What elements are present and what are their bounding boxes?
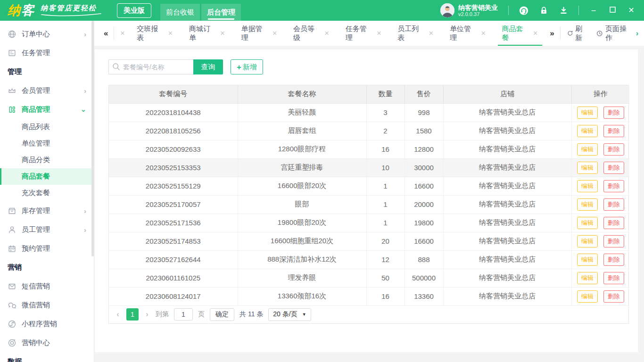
chevron-right-icon: ›	[84, 87, 86, 95]
envelope-icon	[8, 282, 17, 291]
sidebar-item-member-mgmt[interactable]: 会员管理 ›	[0, 81, 94, 100]
edit-button[interactable]: 编辑	[577, 254, 598, 266]
sidebar-item-label: 微信营销	[22, 301, 50, 310]
delete-button[interactable]: 删除	[603, 162, 624, 174]
delete-button[interactable]: 删除	[603, 143, 624, 156]
edit-button[interactable]: 编辑	[577, 235, 598, 247]
edit-button[interactable]: 编辑	[577, 180, 598, 192]
tabs-expand-button[interactable]: »	[546, 21, 558, 46]
sidebar-item-sms-marketing[interactable]: 短信营销	[0, 277, 94, 296]
tab-task-mgmt[interactable]: 任务管理 ✕	[338, 21, 390, 46]
tab-member-level[interactable]: 会员等级 ✕	[285, 21, 338, 46]
delete-button[interactable]: 删除	[603, 272, 624, 284]
sidebar-sub-goods-package[interactable]: 商品套餐	[0, 168, 94, 185]
lock-icon[interactable]	[539, 6, 548, 15]
delete-button[interactable]: 删除	[603, 198, 624, 211]
sidebar-sub-unit-mgmt[interactable]: 单位管理	[0, 135, 94, 152]
edit-button[interactable]: 编辑	[577, 143, 598, 156]
delete-button[interactable]: 删除	[603, 125, 624, 137]
goto-confirm-button[interactable]: 确定	[210, 308, 234, 321]
tab-close-icon[interactable]: ✕	[324, 30, 330, 37]
edit-button[interactable]: 编辑	[577, 125, 598, 137]
query-button[interactable]: 查询	[193, 59, 223, 74]
cell-name: 眉唇套组	[238, 122, 366, 140]
edit-button[interactable]: 编辑	[577, 217, 598, 229]
tab-close-icon[interactable]: ✕	[116, 21, 129, 46]
sidebar-item-staff-mgmt[interactable]: 员工管理 ›	[0, 220, 94, 239]
tabs-collapse-button[interactable]: «	[100, 21, 112, 46]
wechat-icon	[8, 301, 17, 310]
edit-button[interactable]: 编辑	[577, 107, 598, 119]
search-input[interactable]	[108, 59, 193, 74]
tab-close-icon[interactable]: ✕	[533, 30, 538, 37]
delete-button[interactable]: 删除	[603, 235, 624, 247]
delete-button[interactable]: 删除	[603, 217, 624, 229]
tab-unit-mgmt[interactable]: 单位管理 ✕	[442, 21, 494, 46]
minimize-button[interactable]: –	[589, 7, 598, 14]
tab-goods-package[interactable]: 商品套餐 ✕	[494, 21, 546, 46]
sidebar-sub-goods-category[interactable]: 商品分类	[0, 152, 94, 168]
sidebar-sub-goods-list[interactable]: 商品列表	[0, 119, 94, 135]
delete-button[interactable]: 删除	[603, 290, 624, 303]
sidebar-item-order-center[interactable]: 订单中心 ›	[0, 25, 94, 43]
nav-tab-backoffice[interactable]: 后台管理	[201, 4, 241, 21]
tab-shift-report[interactable]: 交班报表 ✕	[129, 21, 181, 46]
sidebar-scrollbar[interactable]	[91, 21, 94, 256]
tab-close-icon[interactable]: ✕	[376, 30, 381, 37]
maximize-button[interactable]	[608, 7, 617, 14]
refresh-button[interactable]: 刷新	[562, 21, 592, 46]
sidebar-item-goods-mgmt[interactable]: 商品管理 ⌄	[0, 100, 94, 119]
delete-button[interactable]: 删除	[603, 107, 624, 119]
tab-doc-mgmt[interactable]: 单据管理 ✕	[233, 21, 286, 46]
tab-close-icon[interactable]: ✕	[272, 30, 277, 37]
sidebar-item-appointment-mgmt[interactable]: 预约管理	[0, 239, 94, 258]
calendar-icon	[8, 244, 17, 253]
next-page-button[interactable]: ›	[144, 310, 150, 319]
edit-button[interactable]: 编辑	[577, 162, 598, 174]
goto-suffix-label: 页	[198, 310, 205, 319]
add-label: 新增	[243, 63, 257, 72]
page-number-button[interactable]: 1	[126, 308, 139, 321]
sidebar-sub-recharge-package[interactable]: 充次套餐	[0, 185, 94, 201]
more-actions-chevron[interactable]: ›	[634, 21, 640, 46]
page-ops-button[interactable]: 页面操作	[592, 21, 634, 46]
sidebar-item-inventory-mgmt[interactable]: 库存管理 ›	[0, 201, 94, 220]
tabbar-divider	[114, 27, 114, 40]
edition-button[interactable]: 美业版	[117, 3, 151, 18]
search-group: 查询	[108, 59, 223, 74]
page-size-select[interactable]: 20 条/页 ▼	[268, 308, 311, 321]
page-size-value: 20 条/页	[273, 310, 297, 319]
prev-page-button[interactable]: ‹	[115, 310, 121, 319]
sidebar-item-label: 库存管理	[22, 206, 50, 215]
sidebar-item-wechat-marketing[interactable]: 微信营销	[0, 296, 94, 314]
tab-close-icon[interactable]: ✕	[220, 30, 225, 37]
header-divider	[508, 6, 509, 15]
edit-button[interactable]: 编辑	[577, 290, 598, 303]
tab-close-icon[interactable]: ✕	[168, 30, 173, 37]
goto-page-input[interactable]	[174, 308, 193, 321]
sidebar-section-data: 数据	[0, 352, 94, 362]
edit-button[interactable]: 编辑	[577, 272, 598, 284]
sidebar-item-task-mgmt[interactable]: 任务管理	[0, 43, 94, 62]
app-version: v2.0.0.37	[458, 11, 498, 17]
tab-close-icon[interactable]: ✕	[429, 30, 434, 37]
sidebar-item-marketing-center[interactable]: 营销中心	[0, 333, 94, 352]
brand-tagline-wrap: 纳客管店更轻松	[41, 4, 102, 17]
delete-button[interactable]: 删除	[603, 254, 624, 266]
tab-staff-list[interactable]: 员工列表 ✕	[389, 21, 442, 46]
table-row: 20220318104438 美丽轻颜 3 998 纳客营销美业总店 编辑删除	[109, 103, 629, 122]
close-button[interactable]: ✕	[627, 7, 636, 14]
nav-tab-cashier[interactable]: 前台收银	[160, 4, 200, 21]
delete-button[interactable]: 删除	[603, 180, 624, 192]
sidebar-item-miniprogram-marketing[interactable]: 小程序营销	[0, 314, 94, 333]
cell-store: 纳客营销美业总店	[443, 158, 571, 177]
tab-mall-orders[interactable]: 商城订单 ✕	[181, 21, 233, 46]
add-button[interactable]: + 新增	[231, 59, 263, 74]
cell-store: 纳客营销美业总店	[443, 177, 571, 195]
edit-button[interactable]: 编辑	[577, 198, 598, 211]
download-icon[interactable]	[559, 6, 568, 15]
support-headset-icon[interactable]	[519, 6, 528, 15]
tab-close-icon[interactable]: ✕	[481, 30, 486, 37]
user-block[interactable]: 纳客营销美业 v2.0.0.37	[440, 3, 498, 17]
cell-name: 13360颈部16次	[238, 287, 366, 305]
